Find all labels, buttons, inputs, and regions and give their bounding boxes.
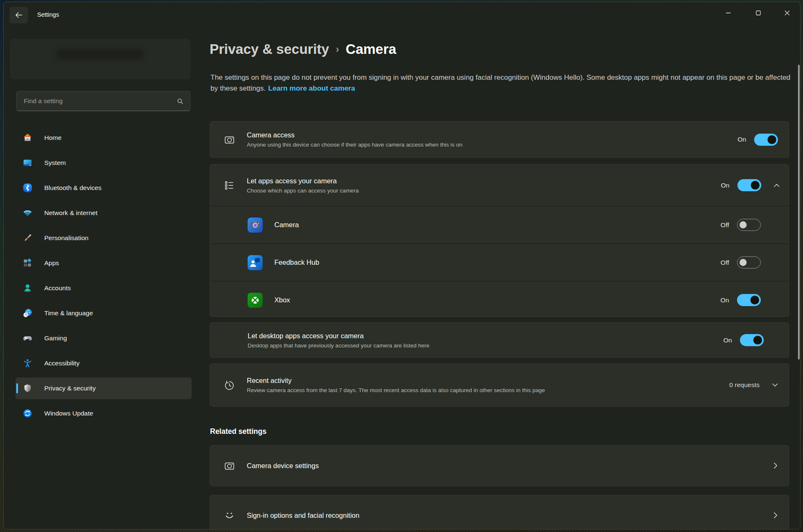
chevron-right-icon — [771, 461, 780, 470]
sidebar-item-privacy-security[interactable]: Privacy & security — [15, 377, 192, 399]
sidebar-item-label: System — [44, 159, 66, 167]
sidebar-item-label: Accounts — [44, 284, 71, 292]
desktop-apps-toggle[interactable] — [740, 334, 764, 346]
sidebar-item-windows-update[interactable]: Windows Update — [15, 403, 192, 424]
page-title: Privacy & security›Camera — [210, 40, 396, 59]
sidebar-item-accessibility[interactable]: Accessibility — [15, 352, 192, 374]
sidebar-item-network-internet[interactable]: Network & internet — [15, 202, 192, 224]
home-icon — [23, 133, 33, 143]
sidebar-item-label: Privacy & security — [44, 385, 96, 392]
accounts-icon — [23, 283, 33, 293]
row-subtitle: Review camera access from the last 7 day… — [247, 386, 730, 394]
xbox-toggle[interactable] — [737, 294, 761, 306]
sidebar-item-system[interactable]: System — [15, 152, 192, 174]
history-icon — [223, 380, 235, 391]
breadcrumb-current: Camera — [346, 41, 396, 57]
system-icon — [23, 158, 33, 168]
search-box[interactable] — [16, 91, 190, 111]
app-row-xbox: Xbox On — [210, 281, 789, 319]
sidebar-item-label: Apps — [44, 259, 59, 267]
toggle-state-label: On — [721, 182, 730, 189]
feedback-hub-toggle[interactable] — [737, 256, 761, 269]
scrollbar-thumb[interactable] — [798, 65, 800, 360]
close-icon — [783, 9, 791, 17]
app-row-feedback-hub: Feedback Hub Off — [210, 243, 789, 281]
camera-app-toggle[interactable] — [737, 219, 761, 231]
apps-icon — [23, 258, 33, 268]
sidebar-item-apps[interactable]: Apps — [15, 252, 192, 274]
toggle-state-label: On — [720, 296, 729, 304]
recent-activity-count: 0 requests — [730, 381, 760, 389]
bluetooth-icon — [23, 183, 33, 193]
xbox-icon — [248, 293, 263, 308]
camera-device-settings-row[interactable]: Camera device settings — [210, 445, 789, 486]
network-icon — [23, 208, 33, 218]
shield-icon — [23, 383, 33, 393]
sidebar-item-accounts[interactable]: Accounts — [15, 277, 192, 299]
search-icon — [176, 97, 184, 105]
close-button[interactable] — [775, 5, 799, 21]
row-title: Recent activity — [247, 376, 730, 385]
sidebar-item-label: Gaming — [44, 334, 67, 342]
face-icon — [223, 510, 235, 521]
let-apps-row[interactable]: Let apps access your camera Choose which… — [210, 165, 789, 206]
sidebar-item-bluetooth-devices[interactable]: Bluetooth & devices — [15, 177, 192, 199]
row-subtitle: Desktop apps that have previously access… — [248, 342, 723, 350]
sidebar-item-label: Time & language — [44, 309, 93, 317]
apps-list-icon — [223, 180, 235, 191]
camera-access-toggle[interactable] — [754, 134, 778, 146]
sidebar-item-personalisation[interactable]: Personalisation — [15, 227, 192, 249]
page-description: The settings on this page do not prevent… — [210, 72, 794, 94]
sign-in-options-row[interactable]: Sign-in options and facial recognition — [210, 495, 789, 529]
chevron-right-icon — [771, 511, 780, 520]
sidebar-item-label: Accessibility — [44, 360, 79, 367]
gaming-icon — [23, 333, 33, 343]
camera-app-icon — [248, 218, 263, 233]
search-input[interactable] — [17, 97, 176, 105]
breadcrumb-parent[interactable]: Privacy & security — [210, 41, 329, 57]
sidebar-item-home[interactable]: Home — [15, 127, 192, 149]
maximize-icon — [754, 9, 762, 17]
related-item-label: Sign-in options and facial recognition — [247, 511, 771, 520]
sidebar-item-label: Bluetooth & devices — [44, 184, 101, 192]
back-arrow-icon — [14, 10, 23, 20]
chevron-down-icon[interactable] — [770, 380, 780, 390]
accessibility-icon — [23, 358, 33, 368]
related-settings-heading: Related settings — [210, 427, 266, 436]
desktop-apps-row: Let desktop apps access your camera Desk… — [210, 322, 789, 358]
account-banner[interactable] — [10, 39, 190, 79]
camera-outline-icon — [223, 460, 235, 471]
back-button[interactable] — [10, 7, 28, 23]
toggle-state-label: Off — [721, 259, 729, 266]
related-item-label: Camera device settings — [247, 461, 771, 470]
row-title: Let apps access your camera — [247, 176, 721, 185]
app-title: Settings — [37, 11, 59, 18]
toggle-state-label: On — [737, 136, 746, 143]
sidebar-item-gaming[interactable]: Gaming — [15, 327, 192, 349]
windows-update-icon — [23, 408, 33, 418]
feedback-hub-icon — [248, 255, 263, 270]
sidebar-item-time-language[interactable]: Time & language — [15, 302, 192, 324]
toggle-state-label: On — [723, 337, 732, 344]
settings-window: Settings Home System Bluetooth & — [3, 2, 800, 529]
sidebar-item-label: Windows Update — [44, 410, 93, 417]
toggle-state-label: Off — [721, 221, 729, 229]
account-banner-redacted — [56, 49, 144, 60]
app-row-camera: Camera Off — [210, 206, 789, 243]
sidebar-item-label: Network & internet — [44, 209, 98, 217]
row-subtitle: Anyone using this device can choose if t… — [247, 141, 737, 149]
app-name: Feedback Hub — [274, 258, 721, 266]
breadcrumb-separator-icon: › — [336, 44, 339, 55]
let-apps-toggle[interactable] — [737, 179, 761, 191]
maximize-button[interactable] — [747, 5, 770, 21]
let-apps-group: Let apps access your camera Choose which… — [210, 164, 789, 317]
chevron-up-icon[interactable] — [772, 181, 781, 190]
row-subtitle: Choose which apps can access your camera — [247, 187, 721, 195]
recent-activity-row[interactable]: Recent activity Review camera access fro… — [210, 363, 789, 407]
minimize-button[interactable] — [717, 5, 740, 21]
time-language-icon — [23, 308, 33, 318]
app-name: Xbox — [274, 296, 720, 304]
learn-more-link[interactable]: Learn more about camera — [268, 84, 355, 92]
sidebar-item-label: Home — [44, 134, 61, 142]
camera-access-row: Camera access Anyone using this device c… — [210, 121, 789, 158]
